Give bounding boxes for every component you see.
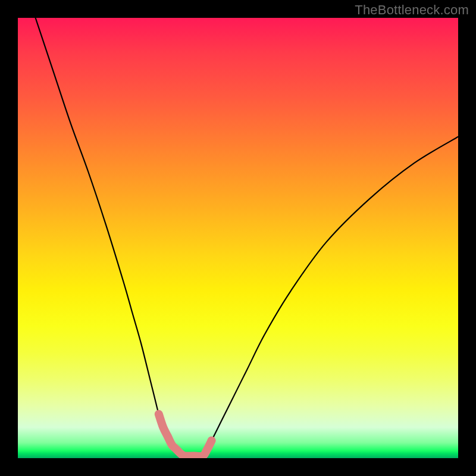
- curves-svg: [18, 18, 458, 458]
- plot-area: [18, 18, 458, 458]
- right-curve: [203, 137, 458, 456]
- left-curve: [36, 18, 186, 456]
- pink-overlay: [159, 414, 212, 456]
- watermark-text: TheBottleneck.com: [355, 2, 469, 18]
- chart-frame: TheBottleneck.com: [0, 0, 476, 476]
